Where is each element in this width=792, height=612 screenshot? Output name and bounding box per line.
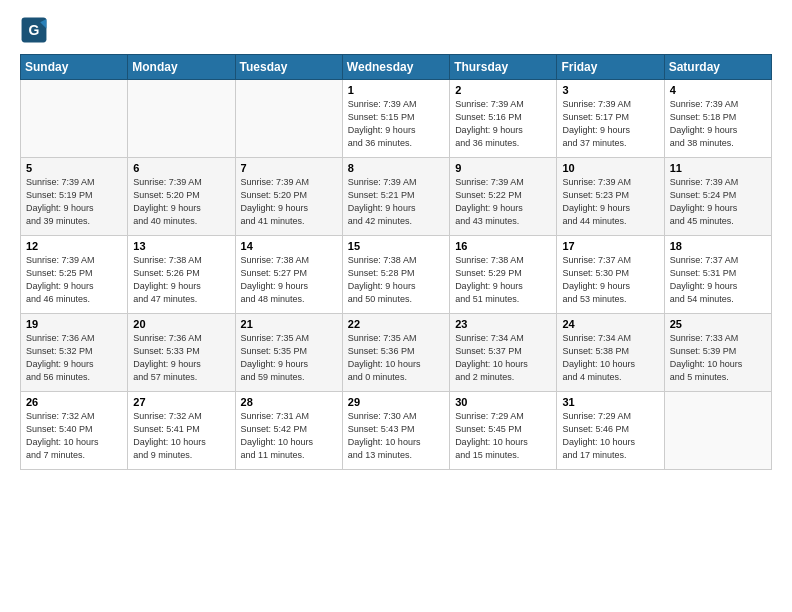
- logo: G: [20, 16, 52, 44]
- day-info: Sunrise: 7:39 AM Sunset: 5:18 PM Dayligh…: [670, 98, 766, 150]
- day-number: 22: [348, 318, 444, 330]
- day-cell: 14Sunrise: 7:38 AM Sunset: 5:27 PM Dayli…: [235, 236, 342, 314]
- day-number: 2: [455, 84, 551, 96]
- day-number: 11: [670, 162, 766, 174]
- day-number: 16: [455, 240, 551, 252]
- day-info: Sunrise: 7:39 AM Sunset: 5:24 PM Dayligh…: [670, 176, 766, 228]
- day-number: 31: [562, 396, 658, 408]
- day-cell: 31Sunrise: 7:29 AM Sunset: 5:46 PM Dayli…: [557, 392, 664, 470]
- day-number: 28: [241, 396, 337, 408]
- week-row-1: 1Sunrise: 7:39 AM Sunset: 5:15 PM Daylig…: [21, 80, 772, 158]
- day-number: 15: [348, 240, 444, 252]
- day-info: Sunrise: 7:34 AM Sunset: 5:37 PM Dayligh…: [455, 332, 551, 384]
- day-info: Sunrise: 7:33 AM Sunset: 5:39 PM Dayligh…: [670, 332, 766, 384]
- day-cell: 1Sunrise: 7:39 AM Sunset: 5:15 PM Daylig…: [342, 80, 449, 158]
- day-info: Sunrise: 7:39 AM Sunset: 5:17 PM Dayligh…: [562, 98, 658, 150]
- day-info: Sunrise: 7:39 AM Sunset: 5:25 PM Dayligh…: [26, 254, 122, 306]
- day-number: 23: [455, 318, 551, 330]
- week-row-4: 19Sunrise: 7:36 AM Sunset: 5:32 PM Dayli…: [21, 314, 772, 392]
- day-info: Sunrise: 7:32 AM Sunset: 5:41 PM Dayligh…: [133, 410, 229, 462]
- day-number: 27: [133, 396, 229, 408]
- day-info: Sunrise: 7:36 AM Sunset: 5:32 PM Dayligh…: [26, 332, 122, 384]
- day-cell: 26Sunrise: 7:32 AM Sunset: 5:40 PM Dayli…: [21, 392, 128, 470]
- day-cell: [128, 80, 235, 158]
- day-number: 19: [26, 318, 122, 330]
- col-header-monday: Monday: [128, 55, 235, 80]
- day-info: Sunrise: 7:39 AM Sunset: 5:21 PM Dayligh…: [348, 176, 444, 228]
- day-number: 8: [348, 162, 444, 174]
- day-cell: 8Sunrise: 7:39 AM Sunset: 5:21 PM Daylig…: [342, 158, 449, 236]
- day-cell: 3Sunrise: 7:39 AM Sunset: 5:17 PM Daylig…: [557, 80, 664, 158]
- calendar-table: SundayMondayTuesdayWednesdayThursdayFrid…: [20, 54, 772, 470]
- day-number: 7: [241, 162, 337, 174]
- day-cell: 11Sunrise: 7:39 AM Sunset: 5:24 PM Dayli…: [664, 158, 771, 236]
- day-cell: 27Sunrise: 7:32 AM Sunset: 5:41 PM Dayli…: [128, 392, 235, 470]
- header: G: [20, 16, 772, 44]
- day-info: Sunrise: 7:36 AM Sunset: 5:33 PM Dayligh…: [133, 332, 229, 384]
- col-header-wednesday: Wednesday: [342, 55, 449, 80]
- day-info: Sunrise: 7:39 AM Sunset: 5:16 PM Dayligh…: [455, 98, 551, 150]
- day-info: Sunrise: 7:34 AM Sunset: 5:38 PM Dayligh…: [562, 332, 658, 384]
- day-info: Sunrise: 7:38 AM Sunset: 5:27 PM Dayligh…: [241, 254, 337, 306]
- day-cell: 17Sunrise: 7:37 AM Sunset: 5:30 PM Dayli…: [557, 236, 664, 314]
- page: G SundayMondayTuesdayWednesdayThursdayFr…: [0, 0, 792, 612]
- day-cell: 6Sunrise: 7:39 AM Sunset: 5:20 PM Daylig…: [128, 158, 235, 236]
- svg-text:G: G: [29, 22, 40, 38]
- day-number: 21: [241, 318, 337, 330]
- day-info: Sunrise: 7:32 AM Sunset: 5:40 PM Dayligh…: [26, 410, 122, 462]
- col-header-thursday: Thursday: [450, 55, 557, 80]
- day-cell: 19Sunrise: 7:36 AM Sunset: 5:32 PM Dayli…: [21, 314, 128, 392]
- week-row-5: 26Sunrise: 7:32 AM Sunset: 5:40 PM Dayli…: [21, 392, 772, 470]
- day-number: 26: [26, 396, 122, 408]
- day-cell: 25Sunrise: 7:33 AM Sunset: 5:39 PM Dayli…: [664, 314, 771, 392]
- logo-icon: G: [20, 16, 48, 44]
- day-cell: 28Sunrise: 7:31 AM Sunset: 5:42 PM Dayli…: [235, 392, 342, 470]
- day-number: 20: [133, 318, 229, 330]
- day-cell: 9Sunrise: 7:39 AM Sunset: 5:22 PM Daylig…: [450, 158, 557, 236]
- day-number: 9: [455, 162, 551, 174]
- day-number: 3: [562, 84, 658, 96]
- day-number: 12: [26, 240, 122, 252]
- day-info: Sunrise: 7:37 AM Sunset: 5:30 PM Dayligh…: [562, 254, 658, 306]
- day-number: 18: [670, 240, 766, 252]
- day-info: Sunrise: 7:39 AM Sunset: 5:19 PM Dayligh…: [26, 176, 122, 228]
- day-info: Sunrise: 7:39 AM Sunset: 5:23 PM Dayligh…: [562, 176, 658, 228]
- day-info: Sunrise: 7:30 AM Sunset: 5:43 PM Dayligh…: [348, 410, 444, 462]
- day-info: Sunrise: 7:39 AM Sunset: 5:22 PM Dayligh…: [455, 176, 551, 228]
- day-cell: 2Sunrise: 7:39 AM Sunset: 5:16 PM Daylig…: [450, 80, 557, 158]
- day-info: Sunrise: 7:38 AM Sunset: 5:26 PM Dayligh…: [133, 254, 229, 306]
- day-info: Sunrise: 7:29 AM Sunset: 5:45 PM Dayligh…: [455, 410, 551, 462]
- day-info: Sunrise: 7:29 AM Sunset: 5:46 PM Dayligh…: [562, 410, 658, 462]
- week-row-2: 5Sunrise: 7:39 AM Sunset: 5:19 PM Daylig…: [21, 158, 772, 236]
- day-info: Sunrise: 7:39 AM Sunset: 5:20 PM Dayligh…: [133, 176, 229, 228]
- day-info: Sunrise: 7:31 AM Sunset: 5:42 PM Dayligh…: [241, 410, 337, 462]
- day-cell: 24Sunrise: 7:34 AM Sunset: 5:38 PM Dayli…: [557, 314, 664, 392]
- day-cell: 18Sunrise: 7:37 AM Sunset: 5:31 PM Dayli…: [664, 236, 771, 314]
- day-info: Sunrise: 7:38 AM Sunset: 5:29 PM Dayligh…: [455, 254, 551, 306]
- day-number: 13: [133, 240, 229, 252]
- day-cell: 23Sunrise: 7:34 AM Sunset: 5:37 PM Dayli…: [450, 314, 557, 392]
- day-cell: 7Sunrise: 7:39 AM Sunset: 5:20 PM Daylig…: [235, 158, 342, 236]
- day-number: 17: [562, 240, 658, 252]
- day-cell: 12Sunrise: 7:39 AM Sunset: 5:25 PM Dayli…: [21, 236, 128, 314]
- col-header-friday: Friday: [557, 55, 664, 80]
- day-cell: 13Sunrise: 7:38 AM Sunset: 5:26 PM Dayli…: [128, 236, 235, 314]
- col-header-saturday: Saturday: [664, 55, 771, 80]
- day-cell: 30Sunrise: 7:29 AM Sunset: 5:45 PM Dayli…: [450, 392, 557, 470]
- day-number: 25: [670, 318, 766, 330]
- day-number: 24: [562, 318, 658, 330]
- day-info: Sunrise: 7:39 AM Sunset: 5:15 PM Dayligh…: [348, 98, 444, 150]
- day-cell: 16Sunrise: 7:38 AM Sunset: 5:29 PM Dayli…: [450, 236, 557, 314]
- day-cell: [664, 392, 771, 470]
- day-number: 5: [26, 162, 122, 174]
- day-number: 29: [348, 396, 444, 408]
- week-row-3: 12Sunrise: 7:39 AM Sunset: 5:25 PM Dayli…: [21, 236, 772, 314]
- day-cell: 10Sunrise: 7:39 AM Sunset: 5:23 PM Dayli…: [557, 158, 664, 236]
- day-info: Sunrise: 7:39 AM Sunset: 5:20 PM Dayligh…: [241, 176, 337, 228]
- day-cell: [21, 80, 128, 158]
- day-info: Sunrise: 7:37 AM Sunset: 5:31 PM Dayligh…: [670, 254, 766, 306]
- day-cell: [235, 80, 342, 158]
- day-info: Sunrise: 7:38 AM Sunset: 5:28 PM Dayligh…: [348, 254, 444, 306]
- day-info: Sunrise: 7:35 AM Sunset: 5:36 PM Dayligh…: [348, 332, 444, 384]
- day-cell: 5Sunrise: 7:39 AM Sunset: 5:19 PM Daylig…: [21, 158, 128, 236]
